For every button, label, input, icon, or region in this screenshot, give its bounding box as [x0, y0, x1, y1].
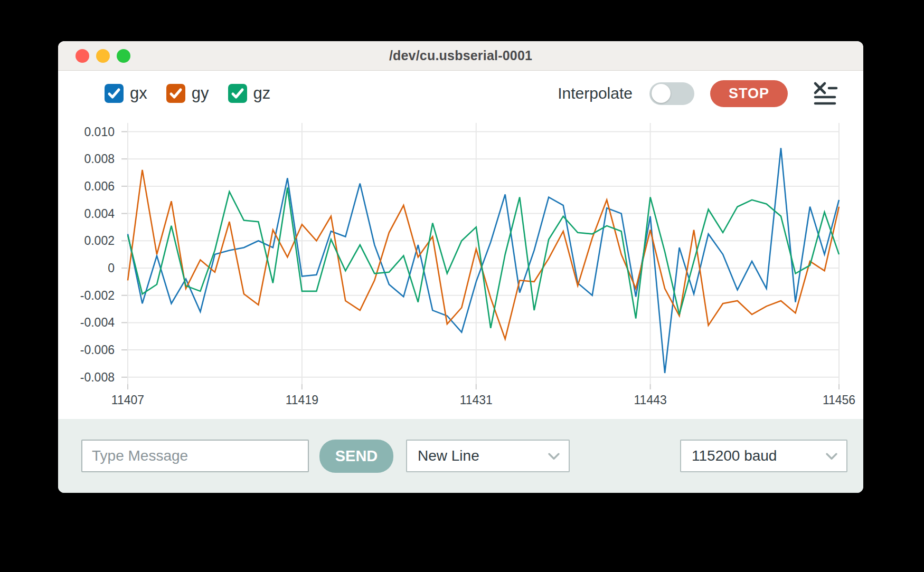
window-title: /dev/cu.usbserial-0001	[389, 48, 532, 63]
message-input[interactable]	[81, 440, 309, 472]
series-toggle-gz[interactable]: gz	[228, 84, 271, 103]
y-tick-label: -0.008	[80, 370, 115, 384]
y-tick-label: -0.006	[80, 343, 115, 357]
x-tick-label: 11419	[286, 393, 318, 407]
clear-list-icon[interactable]	[813, 81, 838, 106]
chevron-down-icon	[825, 452, 838, 461]
series-label-gy: gy	[192, 84, 209, 103]
baud-rate-select[interactable]: 115200 baud	[680, 440, 847, 472]
y-tick-label: 0.004	[84, 207, 115, 221]
series-line-gz	[128, 188, 839, 328]
minimize-window-button[interactable]	[96, 49, 110, 63]
title-bar: /dev/cu.usbserial-0001	[58, 41, 863, 71]
x-tick-label: 11456	[823, 393, 855, 407]
series-line-gx	[128, 148, 839, 374]
y-tick-label: 0.002	[84, 234, 115, 247]
checkbox-gx-checked-icon[interactable]	[105, 84, 124, 103]
checkbox-gz-checked-icon[interactable]	[228, 84, 247, 103]
close-window-button[interactable]	[76, 49, 89, 63]
x-tick-label: 11431	[460, 393, 493, 407]
y-tick-label: 0	[108, 261, 115, 275]
series-toggle-gy[interactable]: gy	[166, 84, 209, 103]
checkbox-gy-checked-icon[interactable]	[166, 84, 185, 103]
line-ending-value: New Line	[418, 447, 479, 464]
line-ending-select[interactable]: New Line	[406, 440, 570, 472]
series-line-gy	[128, 170, 839, 339]
zoom-window-button[interactable]	[117, 49, 130, 63]
series-toggle-gx[interactable]: gx	[105, 84, 147, 103]
x-tick-label: 11407	[111, 393, 144, 407]
interpolate-toggle[interactable]	[649, 82, 694, 105]
chart-toolbar: gx gy gz Interpolate STOP	[58, 71, 863, 116]
app-window: /dev/cu.usbserial-0001 0.0100.0080.0060.…	[58, 41, 863, 493]
y-tick-label: 0.010	[84, 125, 115, 139]
series-label-gx: gx	[130, 84, 147, 103]
message-bar: SEND New Line 115200 baud	[58, 419, 863, 493]
series-label-gz: gz	[253, 84, 271, 103]
send-button[interactable]: SEND	[319, 440, 393, 473]
baud-rate-value: 115200 baud	[692, 447, 777, 464]
stop-button[interactable]: STOP	[710, 80, 788, 107]
toolbar-right-controls: Interpolate STOP	[558, 80, 838, 107]
y-tick-label: -0.002	[80, 289, 115, 302]
chevron-down-icon	[548, 452, 560, 461]
y-tick-label: 0.006	[84, 179, 115, 193]
y-tick-label: 0.008	[84, 152, 115, 166]
series-toggle-group: gx gy gz	[105, 84, 270, 103]
traffic-lights	[76, 41, 130, 70]
x-tick-label: 11443	[634, 393, 667, 407]
interpolate-label: Interpolate	[558, 84, 633, 102]
toggle-knob	[652, 84, 671, 103]
y-tick-label: -0.004	[80, 316, 115, 329]
